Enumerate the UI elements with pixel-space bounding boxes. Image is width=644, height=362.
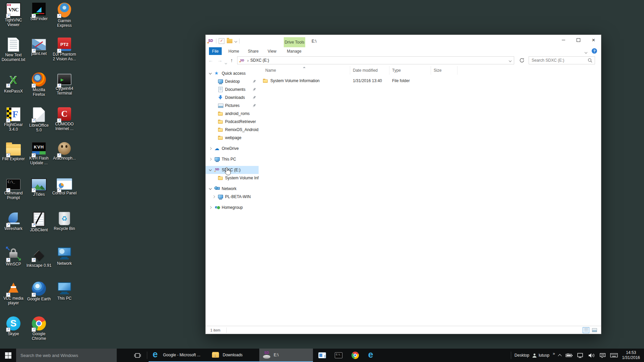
desktop-toolbar-label[interactable]: Desktop bbox=[515, 353, 529, 358]
tab-home[interactable]: Home bbox=[226, 47, 241, 55]
battery-icon[interactable] bbox=[566, 353, 573, 358]
taskbar-search-input[interactable]: Search the web and Windows bbox=[16, 349, 117, 362]
nav-item-onedrive[interactable]: OneDrive bbox=[206, 144, 259, 153]
column-header-date-modified[interactable]: Date modified bbox=[350, 66, 389, 75]
minimize-button[interactable] bbox=[556, 35, 571, 45]
touch-keyboard-icon[interactable] bbox=[610, 353, 618, 358]
back-button[interactable]: ← bbox=[208, 58, 213, 63]
desktop-icon-control-panel[interactable]: ↗Control Panel bbox=[52, 176, 77, 211]
desktop-icon-vlc-media-player[interactable]: ↗VLC media player bbox=[1, 281, 26, 316]
desktop-icon-comodo-internet[interactable]: C↗COMODO Internet ... bbox=[52, 107, 77, 141]
desktop-icon-google-earth[interactable]: ↗Google Earth bbox=[26, 281, 52, 316]
search-icon[interactable] bbox=[588, 58, 592, 63]
desktop-icon-this-pc[interactable]: This PC bbox=[52, 281, 77, 316]
taskbar-task-downloads[interactable]: Downloads bbox=[208, 349, 259, 362]
breadcrumb-chevron-icon[interactable] bbox=[247, 58, 249, 63]
nav-item-downloads[interactable]: Downloads bbox=[206, 94, 259, 102]
forward-button[interactable]: → bbox=[217, 58, 222, 63]
chevron-down-icon[interactable] bbox=[208, 188, 214, 189]
nav-item-pl-beta-win[interactable]: PL-BETA-WIN bbox=[206, 193, 259, 201]
nav-item-quick-access[interactable]: Quick access bbox=[206, 69, 259, 77]
refresh-button[interactable] bbox=[518, 56, 526, 64]
nav-item-documents[interactable]: Documents bbox=[206, 85, 259, 94]
desktop-icon-cygwin64-terminal[interactable]: ►↗Cygwin64 Terminal bbox=[52, 72, 77, 107]
sd-drive-window-icon[interactable] bbox=[208, 38, 214, 44]
properties-checkbox-icon[interactable] bbox=[219, 38, 224, 44]
maximize-button[interactable] bbox=[571, 35, 586, 45]
up-button[interactable]: ↑ bbox=[230, 58, 233, 63]
large-icons-view-button[interactable] bbox=[591, 327, 598, 333]
taskbar-task-google-microsoft[interactable]: Google - Microsoft ... bbox=[149, 349, 208, 362]
details-view-button[interactable] bbox=[583, 327, 589, 333]
recent-locations-icon[interactable] bbox=[225, 60, 227, 65]
taskbar-pinned-chrome[interactable] bbox=[347, 349, 363, 362]
help-icon[interactable] bbox=[592, 48, 597, 54]
show-hidden-icons-button[interactable] bbox=[558, 354, 561, 357]
taskbar-task-e[interactable]: E:\ bbox=[259, 349, 313, 362]
desktop-icon-satfinder[interactable]: ◢↗SatFinder bbox=[26, 2, 52, 37]
desktop-icon-command-prompt[interactable]: C:\_↗Command Prompt bbox=[1, 176, 26, 211]
column-header-size[interactable]: Size bbox=[431, 66, 458, 75]
nav-item-podcastretriever[interactable]: PodcastRetriever bbox=[206, 118, 259, 126]
titlebar[interactable]: Drive Tools E:\ bbox=[206, 35, 601, 47]
desktop-icon-network[interactable]: Network bbox=[52, 246, 77, 281]
desktop-icon-inkscape-0-91[interactable]: ◆↗Inkscape 0.91 bbox=[26, 246, 52, 281]
qat-dropdown-icon[interactable] bbox=[234, 40, 237, 42]
user-avatar-icon[interactable] bbox=[532, 353, 537, 358]
taskbar-pinned-edge[interactable] bbox=[363, 349, 380, 362]
desktop-icon-new-text-document-txt[interactable]: New Text Document.txt bbox=[1, 37, 26, 72]
desktop-icon-libreoffice-5-0[interactable]: ↗LibreOffice 5.0 bbox=[26, 107, 52, 141]
chevron-right-icon[interactable] bbox=[208, 147, 214, 149]
tab-manage[interactable]: Manage bbox=[284, 47, 304, 55]
nav-item-webpage[interactable]: webpage bbox=[206, 134, 259, 142]
chevron-right-icon[interactable] bbox=[208, 158, 214, 160]
chevron-right-icon[interactable] bbox=[208, 206, 214, 208]
column-header-type[interactable]: Type bbox=[389, 66, 431, 75]
desktop-icon-skype[interactable]: S↗Skype bbox=[1, 316, 26, 351]
desktop-icon-flightgear-3-4-0[interactable]: F↗FlightGear 3.4.0 bbox=[1, 107, 26, 141]
desktop-icon-file-explorer[interactable]: ↗File Explorer bbox=[1, 141, 26, 176]
search-input[interactable]: Search SDXC (E:) bbox=[529, 56, 595, 64]
desktop-icon-tightvnc-viewer[interactable]: VNC↗TightVNC Viewer bbox=[1, 2, 26, 37]
start-button[interactable] bbox=[0, 349, 16, 362]
nav-item-homegroup[interactable]: Homegroup bbox=[206, 203, 259, 212]
desktop-icon-kvh-flash-update[interactable]: KVH↗KVH Flash Update ... bbox=[26, 141, 52, 176]
nav-item-android-roms[interactable]: android_roms bbox=[206, 110, 259, 118]
tab-file[interactable]: File bbox=[209, 47, 222, 55]
tab-view[interactable]: View bbox=[265, 47, 279, 55]
file-row-system-volume-information[interactable]: System Volume Information1/31/2016 13:40… bbox=[259, 77, 601, 85]
desktop-icon-wireshark[interactable]: ↗Wireshark bbox=[1, 211, 26, 246]
chevron-down-icon[interactable] bbox=[208, 73, 214, 74]
network-icon[interactable] bbox=[577, 353, 584, 358]
chevron-down-icon[interactable] bbox=[208, 170, 214, 171]
taskbar-pinned-winapp[interactable] bbox=[314, 349, 330, 362]
taskbar-clock[interactable]: 14:53 1/31/2016 bbox=[622, 350, 640, 360]
nav-item-network[interactable]: Network bbox=[206, 185, 259, 193]
address-dropdown-icon[interactable] bbox=[509, 58, 511, 63]
new-folder-icon[interactable] bbox=[227, 39, 232, 43]
task-view-button[interactable] bbox=[129, 349, 146, 362]
nav-item-system-volume-information[interactable]: System Volume Information bbox=[206, 174, 259, 182]
file-list[interactable]: NameDate modifiedTypeSize System Volume … bbox=[259, 66, 601, 326]
nav-item-this-pc[interactable]: This PC bbox=[206, 155, 259, 163]
taskbar-pinned-cmdwin[interactable] bbox=[330, 349, 347, 362]
nav-item-sdxc-e[interactable]: SDXC (E:) bbox=[206, 166, 259, 174]
desktop-icon-keepassx[interactable]: X↗KeePassX bbox=[1, 72, 26, 107]
tab-share[interactable]: Share bbox=[246, 47, 261, 55]
volume-icon[interactable] bbox=[588, 353, 595, 358]
expand-ribbon-icon[interactable] bbox=[585, 50, 587, 54]
user-name-label[interactable]: lutusp bbox=[539, 353, 549, 358]
close-button[interactable] bbox=[586, 35, 601, 45]
desktop-icon-jdbclient[interactable]: ↗JDBClient bbox=[26, 211, 52, 246]
drive-tools-contextual-tab[interactable]: Drive Tools bbox=[284, 37, 305, 47]
breadcrumb[interactable]: SDXC (E:) bbox=[250, 58, 509, 63]
desktop-icon-google-chrome[interactable]: ↗Google Chrome bbox=[26, 316, 52, 351]
desktop-icon-winscp[interactable]: ↖↘↗WinSCP bbox=[1, 246, 26, 281]
desktop-icon-dji-phantom-2-vision-as[interactable]: PT2↗DJI Phantom 2 Vision As... bbox=[52, 37, 77, 72]
desktop-icon-garmin-express[interactable]: ↗Garmin Express bbox=[52, 2, 77, 37]
nav-item-pictures[interactable]: Pictures bbox=[206, 102, 259, 110]
desktop-icon-paint-net[interactable]: ↗paint.net bbox=[26, 37, 52, 72]
address-bar[interactable]: SDXC (E:) bbox=[237, 56, 514, 64]
nav-item-remixos-android-f[interactable]: RemixOS_Android_f bbox=[206, 126, 259, 134]
chevron-right-icon[interactable] bbox=[212, 196, 218, 198]
